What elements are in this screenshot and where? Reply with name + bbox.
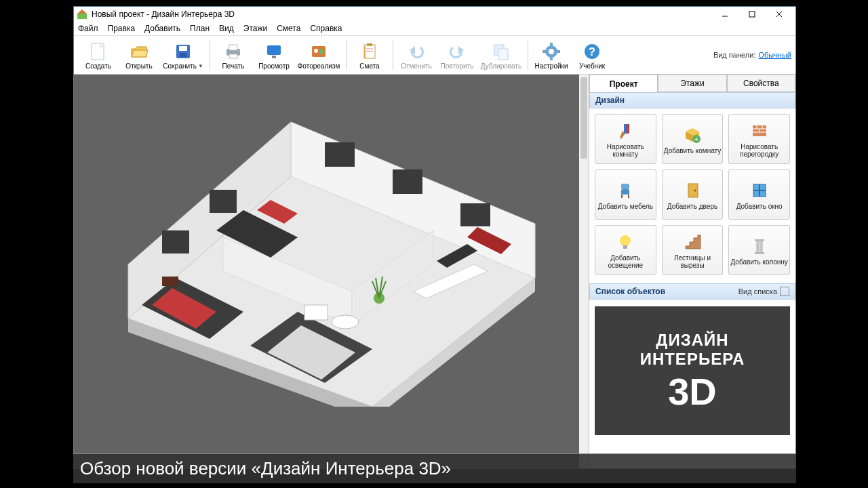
- svg-point-82: [620, 235, 631, 246]
- svg-rect-18: [319, 49, 324, 54]
- svg-rect-42: [460, 203, 490, 226]
- svg-rect-41: [393, 169, 422, 194]
- minimize-button[interactable]: [711, 7, 738, 22]
- window-icon: [749, 180, 770, 201]
- brick-wall-icon: [749, 120, 770, 142]
- svg-rect-10: [180, 53, 186, 57]
- tab-project[interactable]: Проект: [589, 75, 658, 92]
- app-window: Новый проект - Дизайн Интерьера 3D Файл …: [73, 6, 796, 469]
- redo-button[interactable]: Повторить: [437, 39, 477, 71]
- svg-rect-59: [304, 305, 328, 320]
- manual-button[interactable]: ? Учебник: [572, 39, 612, 71]
- redo-icon: [446, 41, 468, 62]
- preview-label: Просмотр: [258, 62, 290, 70]
- panel-type-selector: Вид панели: Обычный: [713, 51, 791, 59]
- svg-rect-9: [179, 46, 187, 51]
- add-furniture-button[interactable]: Добавить мебель: [595, 169, 656, 220]
- preview-button[interactable]: Просмотр: [254, 39, 294, 71]
- manual-label: Учебник: [579, 62, 605, 70]
- save-label: Сохранить: [163, 62, 197, 70]
- svg-rect-83: [623, 245, 627, 249]
- undo-button[interactable]: Отменить: [396, 39, 437, 71]
- open-label: Открыть: [125, 62, 152, 70]
- tab-floors[interactable]: Этажи: [658, 75, 726, 92]
- menu-file[interactable]: Файл: [78, 24, 98, 33]
- printer-icon: [222, 41, 244, 62]
- design-grid: Нарисовать комнату + Добавить комнату На…: [589, 108, 795, 281]
- photorealism-label: Фотореализм: [298, 62, 340, 70]
- add-room-button[interactable]: + Добавить комнату: [662, 114, 724, 164]
- svg-rect-31: [542, 50, 546, 53]
- photorealism-button[interactable]: Фотореализм: [294, 39, 343, 71]
- chevron-down-icon[interactable]: ▼: [198, 63, 203, 69]
- print-button[interactable]: Печать: [213, 39, 254, 71]
- menu-estimate[interactable]: Смета: [277, 24, 300, 33]
- create-button[interactable]: Создать: [78, 39, 119, 71]
- brush-icon: [614, 120, 636, 142]
- save-icon: [172, 41, 194, 62]
- close-button[interactable]: [766, 7, 793, 22]
- svg-text:?: ?: [589, 46, 595, 58]
- column-icon: [749, 235, 770, 257]
- menu-help[interactable]: Справка: [310, 24, 342, 33]
- menu-add[interactable]: Добавить: [144, 24, 180, 33]
- undo-label: Отменить: [401, 62, 432, 70]
- print-label: Печать: [222, 62, 245, 70]
- svg-rect-30: [550, 57, 553, 60]
- viewport-scrollbar[interactable]: [579, 75, 589, 468]
- menu-view[interactable]: Вид: [219, 24, 234, 33]
- view-list-link[interactable]: Вид списка: [738, 287, 777, 296]
- add-window-button[interactable]: Добавить окно: [728, 169, 790, 220]
- promo-line3: 3D: [668, 373, 717, 411]
- side-tabs: Проект Этажи Свойства: [589, 75, 795, 92]
- promo-line2: ИНТЕРЬЕРА: [640, 350, 745, 369]
- duplicate-label: Дублировать: [481, 62, 521, 70]
- objects-section-header: Список объектов Вид списка: [589, 283, 795, 300]
- tab-properties[interactable]: Свойства: [727, 75, 795, 92]
- svg-point-17: [314, 49, 318, 53]
- menubar: Файл Правка Добавить План Вид Этажи Смет…: [74, 22, 795, 35]
- draw-room-button[interactable]: Нарисовать комнату: [595, 114, 656, 164]
- svg-rect-14: [267, 45, 281, 55]
- add-door-button[interactable]: Добавить дверь: [662, 169, 724, 220]
- objects-header-label: Список объектов: [595, 287, 665, 296]
- svg-rect-44: [162, 230, 189, 253]
- open-button[interactable]: Открыть: [119, 39, 159, 71]
- add-furniture-label: Добавить мебель: [598, 203, 653, 210]
- svg-rect-43: [210, 190, 237, 213]
- panel-type-label: Вид панели:: [713, 51, 755, 59]
- add-column-button[interactable]: Добавить колонну: [728, 225, 790, 275]
- content-area: Проект Этажи Свойства Дизайн Нарисовать …: [74, 75, 795, 468]
- settings-button[interactable]: Настройки: [531, 39, 572, 71]
- view-list-icon[interactable]: [780, 287, 789, 296]
- monitor-icon: [263, 41, 285, 62]
- maximize-button[interactable]: [738, 7, 766, 22]
- svg-point-28: [549, 49, 554, 54]
- redo-label: Повторить: [441, 62, 474, 70]
- svg-text:+: +: [694, 136, 698, 143]
- svg-rect-26: [498, 49, 508, 60]
- save-button[interactable]: Сохранить▼: [159, 39, 207, 71]
- menu-plan[interactable]: План: [190, 24, 210, 33]
- draw-wall-button[interactable]: Нарисовать перегородку: [728, 114, 790, 164]
- toolbar: Создать Открыть Сохранить▼ Печать Просмо…: [74, 35, 795, 75]
- svg-rect-84: [757, 241, 762, 253]
- duplicate-button[interactable]: Дублировать: [477, 39, 525, 71]
- svg-rect-40: [325, 142, 355, 167]
- svg-rect-86: [755, 252, 764, 254]
- create-label: Создать: [85, 62, 111, 70]
- door-icon: [682, 180, 703, 201]
- menu-edit[interactable]: Правка: [108, 24, 136, 33]
- new-file-icon: [87, 41, 109, 62]
- add-light-label: Добавить освещение: [597, 254, 654, 269]
- menu-floors[interactable]: Этажи: [243, 24, 267, 33]
- stairs-button[interactable]: Лестницы и вырезы: [662, 225, 724, 275]
- folder-open-icon: [128, 41, 150, 62]
- add-light-button[interactable]: Добавить освещение: [595, 225, 656, 275]
- estimate-button[interactable]: Смета: [349, 39, 390, 71]
- viewport-3d[interactable]: [74, 75, 589, 468]
- design-header-label: Дизайн: [595, 96, 625, 105]
- panel-type-link[interactable]: Обычный: [758, 51, 791, 59]
- draw-wall-label: Нарисовать перегородку: [730, 143, 788, 158]
- floorplan-render: [101, 81, 562, 407]
